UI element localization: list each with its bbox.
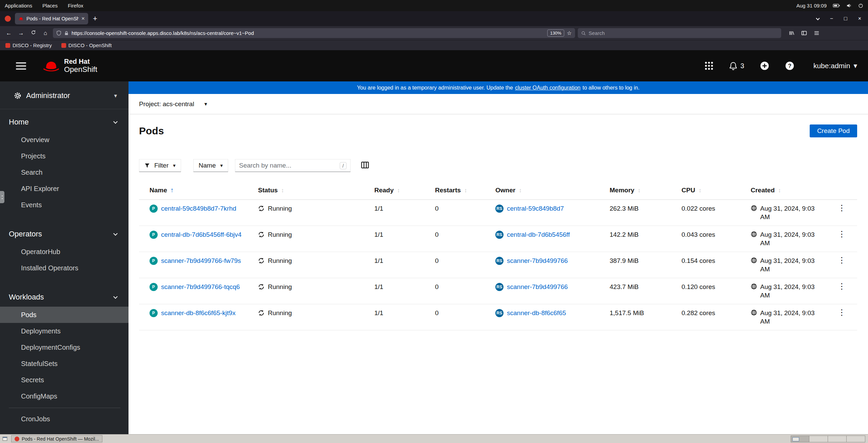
applications-menu[interactable]: Applications: [5, 3, 32, 8]
kebab-menu-button[interactable]: ⋮: [838, 204, 846, 212]
column-header-ready[interactable]: Ready↕: [374, 181, 435, 200]
user-menu[interactable]: kube:admin ▾: [813, 62, 857, 70]
url-bar[interactable]: https://console-openshift-console.apps.d…: [53, 28, 575, 38]
sidebar-item-deployments[interactable]: Deployments: [0, 323, 129, 339]
zoom-level-badge[interactable]: 130%: [547, 30, 564, 37]
pod-status: Running: [268, 283, 292, 291]
workspace-2[interactable]: [809, 436, 828, 442]
sidebar-item-pods[interactable]: Pods: [0, 307, 129, 323]
owner-link[interactable]: scanner-7b9d499766: [507, 283, 568, 291]
sidebar-item-cronjobs[interactable]: CronJobs: [0, 411, 129, 427]
sidebar-item-api-explorer[interactable]: API Explorer: [0, 180, 129, 197]
kebab-menu-button[interactable]: ⋮: [838, 283, 846, 290]
brand-line1: Red Hat: [64, 58, 97, 65]
firefox-app-menu[interactable]: Firefox: [68, 3, 83, 8]
back-button[interactable]: ←: [4, 30, 14, 37]
column-header-restarts[interactable]: Restarts↕: [435, 181, 495, 200]
column-header-name[interactable]: Name↑: [139, 181, 258, 200]
battery-icon[interactable]: [833, 3, 840, 8]
power-icon[interactable]: [858, 3, 863, 8]
owner-link[interactable]: scanner-db-8f6c6f65: [507, 309, 566, 317]
owner-link[interactable]: scanner-7b9d499766: [507, 257, 568, 265]
filter-dropdown[interactable]: Filter ▾: [139, 159, 181, 172]
show-desktop-icon[interactable]: [2, 436, 8, 442]
pod-name-link[interactable]: scanner-db-8f6c6f65-kjt9x: [161, 309, 236, 317]
pod-name-link[interactable]: central-59c849b8d7-7krhd: [161, 205, 236, 212]
kebab-menu-button[interactable]: ⋮: [838, 230, 846, 238]
sidebar-item-overview[interactable]: Overview: [0, 132, 129, 148]
pod-restarts: 0: [435, 205, 439, 212]
column-header-status[interactable]: Status↕: [258, 181, 374, 200]
bookmark-disco-openshift[interactable]: DISCO - OpenShift: [61, 42, 112, 48]
sidebar-item-operatorhub[interactable]: OperatorHub: [0, 244, 129, 260]
reload-button[interactable]: [28, 30, 38, 37]
sidebar-section-home[interactable]: Home: [0, 113, 129, 132]
taskbar-window-button[interactable]: Pods - Red Hat OpenShift — Mozil...: [11, 435, 102, 442]
lock-icon[interactable]: [64, 31, 69, 36]
sidebar-toggle-icon[interactable]: [801, 30, 807, 36]
sidebar-section-workloads[interactable]: Workloads: [0, 288, 129, 307]
side-panel-handle[interactable]: [0, 191, 4, 203]
tracking-protection-shield-icon[interactable]: [56, 31, 61, 36]
sidebar-item-statefulsets[interactable]: StatefulSets: [0, 355, 129, 372]
column-header-owner[interactable]: Owner↕: [495, 181, 610, 200]
create-pod-button[interactable]: Create Pod: [810, 124, 857, 137]
help-icon[interactable]: ?: [785, 61, 794, 71]
sort-ascending-icon: ↑: [171, 187, 174, 194]
places-menu[interactable]: Places: [42, 3, 58, 8]
column-header-cpu[interactable]: CPU↕: [682, 181, 751, 200]
nav-toggle-button[interactable]: [16, 62, 26, 70]
sidebar-section-operators[interactable]: Operators: [0, 225, 129, 244]
perspective-switcher[interactable]: Administrator ▾: [0, 81, 129, 109]
app-menu-icon[interactable]: [814, 30, 820, 36]
workspace-1[interactable]: [791, 436, 809, 442]
replicaset-badge-icon: RS: [495, 231, 504, 239]
project-selector[interactable]: Project: acs-central ▾: [129, 94, 868, 114]
pod-name-link[interactable]: scanner-7b9d499766-tqcq6: [161, 283, 240, 291]
sidebar-item-deploymentconfigs[interactable]: DeploymentConfigs: [0, 339, 129, 355]
sidebar-item-events[interactable]: Events: [0, 197, 129, 213]
window-maximize-button[interactable]: □: [844, 16, 847, 22]
app-launcher-icon[interactable]: [705, 61, 713, 70]
sidebar-item-installed-operators[interactable]: Installed Operators: [0, 260, 129, 276]
sidebar-item-search[interactable]: Search: [0, 164, 129, 180]
pod-name-link[interactable]: central-db-7d6b5456ff-6bjv4: [161, 231, 241, 238]
sidebar-item-secrets[interactable]: Secrets: [0, 372, 129, 388]
sort-icon: ↕: [778, 187, 781, 194]
volume-icon[interactable]: [846, 3, 852, 8]
pod-name-link[interactable]: scanner-7b9d499766-fw79s: [161, 257, 241, 265]
search-input[interactable]: [239, 162, 340, 169]
browser-search-bar[interactable]: Search: [578, 28, 781, 38]
firefox-view-button[interactable]: [5, 16, 11, 22]
list-all-tabs-button[interactable]: [816, 16, 820, 20]
window-minimize-button[interactable]: −: [830, 16, 833, 22]
search-attribute-dropdown[interactable]: Name ▾: [193, 159, 228, 172]
library-icon[interactable]: [789, 30, 794, 36]
manage-columns-button[interactable]: [361, 161, 369, 170]
window-close-button[interactable]: ×: [858, 16, 861, 22]
column-header-memory[interactable]: Memory↕: [610, 181, 682, 200]
workspace-4[interactable]: [847, 436, 865, 442]
tab-close-button[interactable]: ×: [81, 15, 85, 22]
bookmark-star-icon[interactable]: ☆: [567, 30, 572, 36]
workspace-3[interactable]: [828, 436, 847, 442]
owner-link[interactable]: central-59c849b8d7: [507, 205, 564, 212]
caret-down-icon: ▾: [220, 162, 223, 169]
pod-created: Aug 31, 2024, 9:03 AM: [760, 204, 823, 221]
bookmark-disco-registry[interactable]: DISCO - Registry: [5, 42, 52, 48]
sidebar-item-projects[interactable]: Projects: [0, 148, 129, 164]
home-button[interactable]: ⌂: [41, 30, 50, 37]
create-plus-icon[interactable]: [760, 61, 769, 71]
forward-button[interactable]: →: [16, 30, 26, 37]
column-header-created[interactable]: Created↕: [751, 181, 832, 200]
globe-timestamp-icon: [751, 257, 757, 264]
cluster-oauth-configuration-link[interactable]: cluster OAuth configuration: [515, 85, 580, 91]
owner-link[interactable]: central-db-7d6b5456ff: [507, 231, 570, 238]
kebab-menu-button[interactable]: ⋮: [838, 256, 846, 264]
kebab-menu-button[interactable]: ⋮: [838, 309, 846, 316]
notifications-button[interactable]: 3: [729, 62, 744, 70]
browser-tab[interactable]: Pods - Red Hat OpenShift ×: [15, 13, 88, 24]
sidebar-item-configmaps[interactable]: ConfigMaps: [0, 388, 129, 404]
clock[interactable]: Aug 31 09:09: [796, 3, 827, 8]
new-tab-button[interactable]: +: [93, 14, 97, 23]
